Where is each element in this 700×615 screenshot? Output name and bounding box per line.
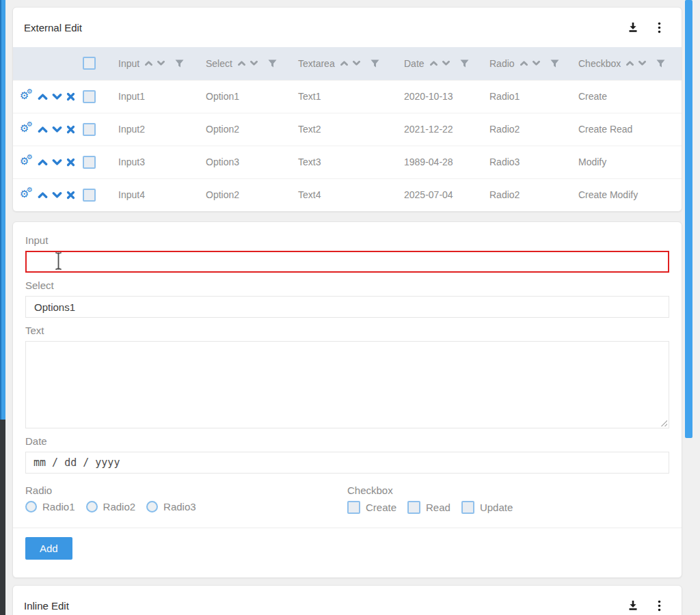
- radio-option-label: Radio2: [103, 501, 136, 512]
- checkbox-option-read[interactable]: [407, 501, 420, 514]
- cell-date: 2020-10-13: [404, 80, 489, 113]
- filter-funnel-icon[interactable]: [656, 59, 665, 68]
- add-button[interactable]: Add: [25, 537, 72, 560]
- move-down-icon[interactable]: [52, 92, 62, 101]
- inline-edit-card: Inline Edit: [12, 585, 682, 615]
- delete-x-icon[interactable]: [66, 125, 75, 134]
- checkbox-option-label: Update: [480, 502, 513, 513]
- resize-grip-icon[interactable]: [659, 418, 667, 426]
- cell-checkbox: Modify: [578, 146, 682, 178]
- right-scrollbar-thumb[interactable]: [685, 0, 692, 438]
- table-row: ⚙⚙ Input1 Option1 Text1 2020-10-13 Radio…: [13, 80, 682, 113]
- column-header-checkbox: Checkbox: [578, 47, 682, 80]
- row-settings-cogs-icon[interactable]: ⚙⚙: [20, 155, 33, 169]
- select-value: Options1: [34, 301, 75, 313]
- text-textarea[interactable]: [25, 341, 669, 428]
- sort-desc-icon[interactable]: [532, 59, 541, 67]
- cell-select: Option1: [206, 80, 298, 113]
- cell-date: 2021-12-22: [404, 113, 489, 146]
- select-all-cell: [83, 47, 118, 80]
- download-icon[interactable]: [628, 600, 638, 611]
- sort-asc-icon[interactable]: [340, 59, 349, 67]
- checkbox-option-label: Read: [426, 502, 450, 513]
- sort-desc-icon[interactable]: [157, 59, 165, 67]
- delete-x-icon[interactable]: [66, 191, 75, 200]
- sort-asc-icon[interactable]: [625, 59, 634, 67]
- table-row: ⚙⚙ Input3 Option3 Text3 1989-04-28 Radio…: [13, 146, 682, 178]
- column-header-date: Date: [404, 47, 489, 80]
- row-checkbox[interactable]: [83, 189, 96, 202]
- sort-asc-icon[interactable]: [520, 59, 528, 67]
- sort-desc-icon[interactable]: [352, 59, 361, 67]
- row-checkbox[interactable]: [83, 123, 96, 136]
- card-title: Inline Edit: [24, 600, 69, 612]
- page: External Edit: [0, 0, 700, 615]
- left-scrollbar-thumb[interactable]: [0, 0, 5, 420]
- kebab-menu-icon[interactable]: [658, 22, 661, 33]
- move-down-icon[interactable]: [52, 191, 62, 200]
- download-icon[interactable]: [628, 22, 638, 33]
- move-up-icon[interactable]: [38, 158, 48, 167]
- radio-option-radio2[interactable]: [86, 501, 98, 512]
- row-settings-cogs-icon[interactable]: ⚙⚙: [20, 122, 33, 136]
- sort-asc-icon[interactable]: [237, 59, 246, 67]
- row-settings-cogs-icon[interactable]: ⚙⚙: [20, 90, 33, 103]
- left-scrollbar-track[interactable]: [0, 0, 5, 615]
- cell-checkbox: Create Modify: [578, 178, 682, 211]
- radio-option-radio1[interactable]: [25, 501, 37, 512]
- sort-asc-icon[interactable]: [429, 59, 438, 67]
- delete-x-icon[interactable]: [66, 92, 75, 101]
- column-header-select: Select: [206, 47, 298, 80]
- radio-group: Radio Radio1 Radio2 Radio3: [25, 478, 347, 517]
- filter-funnel-icon[interactable]: [371, 59, 379, 68]
- sort-desc-icon[interactable]: [250, 59, 258, 67]
- cell-textarea: Text1: [298, 80, 404, 113]
- row-settings-cogs-icon[interactable]: ⚙⚙: [20, 188, 33, 202]
- radio-option-label: Radio3: [163, 501, 196, 512]
- cell-radio: Radio3: [489, 146, 578, 178]
- move-up-icon[interactable]: [38, 92, 48, 101]
- external-edit-header: External Edit: [13, 8, 682, 47]
- sort-desc-icon[interactable]: [442, 59, 450, 67]
- date-placeholder: mm / dd / yyyy: [33, 456, 120, 469]
- table-header-row: Input Select: [13, 47, 682, 80]
- cell-checkbox: Create Read: [578, 113, 682, 146]
- filter-funnel-icon[interactable]: [550, 59, 559, 68]
- column-header-radio: Radio: [489, 47, 578, 80]
- cell-radio: Radio1: [489, 80, 578, 113]
- input-field[interactable]: [25, 251, 669, 273]
- radio-option-label: Radio1: [42, 501, 75, 512]
- row-checkbox[interactable]: [83, 156, 96, 169]
- cell-input: Input3: [118, 146, 206, 178]
- row-checkbox[interactable]: [83, 90, 96, 103]
- sort-desc-icon[interactable]: [638, 59, 647, 67]
- filter-funnel-icon[interactable]: [460, 59, 469, 68]
- sort-asc-icon[interactable]: [144, 59, 153, 67]
- move-down-icon[interactable]: [52, 125, 62, 134]
- select-dropdown[interactable]: Options1: [25, 296, 669, 318]
- cell-select: Option2: [206, 113, 298, 146]
- date-field[interactable]: mm / dd / yyyy: [25, 452, 669, 474]
- cell-textarea: Text2: [298, 113, 404, 146]
- input-label: Input: [25, 234, 669, 246]
- filter-funnel-icon[interactable]: [268, 59, 277, 68]
- radio-option-radio3[interactable]: [146, 501, 158, 512]
- checkbox-option-create[interactable]: [347, 501, 360, 514]
- move-up-icon[interactable]: [38, 125, 48, 134]
- external-edit-card: External Edit: [12, 7, 682, 212]
- checkbox-group: Checkbox Create Read Update: [347, 478, 669, 517]
- delete-x-icon[interactable]: [66, 158, 75, 167]
- radio-label: Radio: [25, 484, 347, 496]
- kebab-menu-icon[interactable]: [658, 600, 661, 612]
- column-header-textarea: Textarea: [298, 47, 404, 80]
- column-label: Input: [118, 58, 139, 69]
- move-down-icon[interactable]: [52, 158, 62, 167]
- checkbox-option-update[interactable]: [461, 501, 474, 514]
- select-all-checkbox[interactable]: [83, 57, 96, 70]
- card-title: External Edit: [24, 22, 82, 33]
- cell-checkbox: Create: [578, 80, 682, 113]
- checkbox-option-label: Create: [366, 502, 396, 513]
- move-up-icon[interactable]: [38, 191, 48, 200]
- column-label: Checkbox: [578, 58, 621, 69]
- filter-funnel-icon[interactable]: [175, 59, 184, 68]
